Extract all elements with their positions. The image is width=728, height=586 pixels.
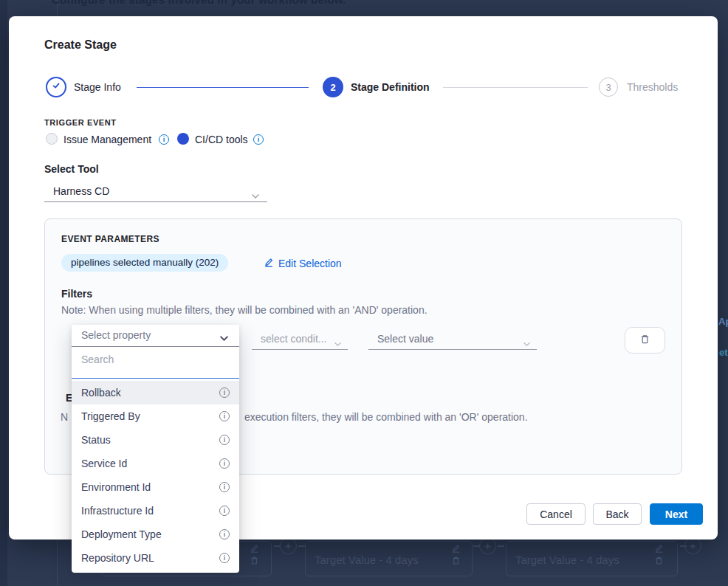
edit-icon[interactable] — [250, 543, 259, 553]
step-stage-info-circle[interactable] — [46, 77, 66, 97]
execution-filters-note-fragment-tail: execution filters, they will be combined… — [244, 411, 528, 423]
stepper-connector — [137, 87, 309, 88]
info-icon[interactable] — [219, 553, 230, 563]
info-icon[interactable] — [253, 134, 264, 145]
edit-selection-link[interactable]: Edit Selection — [264, 257, 342, 269]
dropdown-item-label: Deployment Type — [81, 528, 162, 540]
stage-card: Target Value - 4 days — [305, 541, 473, 576]
cancel-button[interactable]: Cancel — [526, 503, 586, 525]
dropdown-item-rollback[interactable]: Rollback — [72, 381, 239, 404]
trash-icon — [639, 334, 650, 348]
background-sidebar-strip — [0, 0, 7, 586]
dropdown-item-label: Repository URL — [81, 552, 154, 564]
condition-select[interactable]: select condit... — [252, 330, 348, 350]
chevron-down-icon — [219, 331, 229, 345]
dropdown-list: Rollback Triggered By Status Service Id … — [72, 379, 239, 573]
trash-icon[interactable] — [654, 556, 664, 565]
chevron-down-icon — [523, 337, 531, 350]
next-button[interactable]: Next — [650, 503, 703, 525]
edit-icon[interactable] — [451, 543, 461, 553]
add-stage-button[interactable] — [684, 537, 701, 554]
execution-filters-note-fragment-start: N — [61, 411, 68, 423]
delete-filter-button[interactable] — [625, 327, 665, 354]
dropdown-item-label: Rollback — [81, 387, 121, 399]
trash-icon[interactable] — [451, 556, 461, 565]
background-subtitle: Configure the stages involved in your wo… — [52, 0, 346, 6]
modal-title: Create Stage — [44, 38, 117, 52]
dropdown-item-service-id[interactable]: Service Id — [72, 452, 239, 475]
dropdown-item-environment-id[interactable]: Environment Id — [72, 475, 239, 499]
filters-title: Filters — [61, 288, 92, 300]
radio-cicd-tools-label[interactable]: CI/CD tools — [195, 134, 248, 145]
radio-issue-management[interactable] — [46, 133, 58, 145]
dropdown-item-infrastructure-id[interactable]: Infrastructure Id — [72, 499, 239, 523]
stage-card-label: Target Value - 4 days — [515, 554, 619, 566]
back-button[interactable]: Back — [593, 503, 642, 525]
step-stage-definition-circle[interactable]: 2 — [323, 77, 343, 97]
radio-issue-management-label[interactable]: Issue Management — [63, 134, 151, 145]
tool-select[interactable]: Harness CD — [44, 182, 267, 202]
info-icon[interactable] — [219, 482, 230, 492]
dropdown-item-triggered-by[interactable]: Triggered By — [72, 404, 239, 428]
property-select-placeholder: Select property — [81, 329, 151, 341]
info-icon[interactable] — [219, 458, 230, 469]
tool-select-value: Harness CD — [53, 185, 109, 197]
event-parameters-title: EVENT PARAMETERS — [61, 234, 159, 244]
dropdown-item-label: Environment Id — [81, 481, 151, 493]
dropdown-item-status[interactable]: Status — [72, 428, 239, 452]
pipelines-selected-chip: pipelines selected manually (202) — [61, 254, 228, 272]
connector-dash — [498, 545, 504, 547]
dropdown-item-label: Service Id — [81, 458, 127, 469]
info-icon[interactable] — [219, 387, 230, 398]
step-stage-definition-label[interactable]: Stage Definition — [351, 81, 430, 93]
check-icon — [51, 80, 61, 94]
info-icon[interactable] — [219, 411, 230, 421]
dropdown-item-label: Infrastructure Id — [81, 505, 154, 517]
background-text-fragment-top: Ap — [718, 316, 728, 327]
dropdown-item-deployment-type[interactable]: Deployment Type — [72, 523, 239, 546]
info-icon[interactable] — [219, 506, 230, 516]
condition-select-placeholder: select condit... — [261, 333, 327, 345]
filters-note: Note: When using multiple filters, they … — [61, 304, 427, 316]
dropdown-item-label: Status — [81, 434, 111, 446]
select-property-dropdown: Select property Rollback Triggered By St… — [72, 325, 239, 573]
stage-card-label: Target Value - 4 days — [315, 554, 419, 566]
stepper-connector — [443, 87, 588, 88]
step-thresholds-label[interactable]: Thresholds — [627, 81, 678, 93]
background-text-fragment-bottom: et — [719, 347, 728, 358]
dropdown-search — [72, 347, 239, 379]
chevron-down-icon — [334, 337, 342, 350]
chevron-down-icon — [251, 189, 260, 202]
stage-card: Target Value - 4 days — [506, 541, 678, 576]
add-stage-button[interactable] — [280, 537, 297, 554]
trash-icon[interactable] — [250, 556, 259, 565]
property-select[interactable]: Select property — [72, 325, 239, 347]
screen: Configure the stages involved in your wo… — [0, 0, 728, 586]
add-stage-button[interactable] — [479, 537, 496, 554]
value-select-placeholder: Select value — [377, 333, 433, 345]
search-input[interactable] — [81, 354, 222, 365]
value-select[interactable]: Select value — [368, 330, 537, 350]
radio-cicd-tools[interactable] — [177, 133, 189, 145]
connector-dash — [298, 545, 305, 547]
info-icon[interactable] — [219, 435, 230, 445]
info-icon[interactable] — [159, 134, 169, 145]
step-thresholds-circle[interactable]: 3 — [599, 77, 618, 97]
edit-icon[interactable] — [654, 543, 664, 553]
pencil-icon — [264, 257, 274, 269]
dropdown-item-repository-url[interactable]: Repository URL — [72, 546, 239, 570]
trigger-event-label: TRIGGER EVENT — [44, 118, 117, 127]
step-stage-info-label[interactable]: Stage Info — [74, 81, 121, 93]
select-tool-label: Select Tool — [44, 163, 99, 175]
edit-selection-label: Edit Selection — [278, 258, 342, 269]
dropdown-item-label: Triggered By — [81, 410, 140, 422]
info-icon[interactable] — [219, 529, 230, 540]
